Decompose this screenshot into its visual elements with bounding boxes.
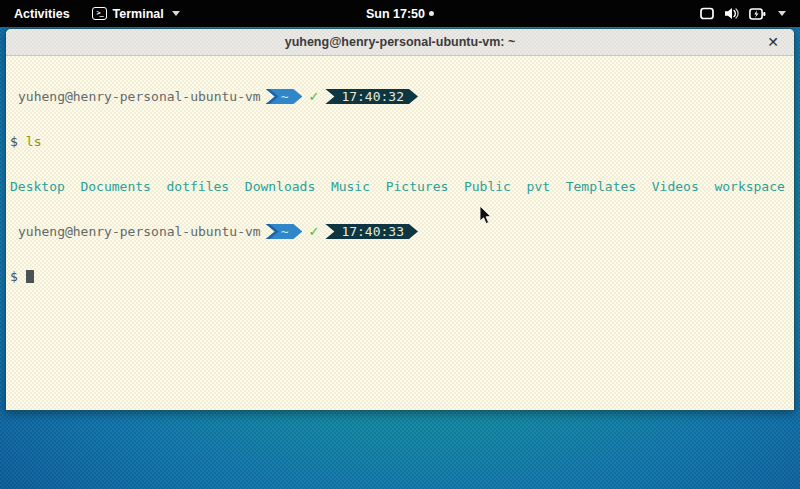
typed-command: ls: [26, 134, 42, 149]
volume-icon: [724, 7, 739, 20]
chevron-down-icon: [172, 11, 180, 16]
prompt-dollar: $: [10, 269, 18, 284]
clock-menu[interactable]: Sun 17:50: [366, 0, 434, 27]
prompt-path-segment: ~: [266, 224, 303, 239]
terminal-app-icon: >_: [92, 7, 107, 20]
prompt-dollar: $: [10, 134, 18, 149]
screen-icon: [700, 7, 714, 20]
prompt-line-2: yuheng@henry-personal-ubuntu-vm ~ ✓ 17:4…: [10, 224, 790, 239]
prompt-line-1: yuheng@henry-personal-ubuntu-vm ~ ✓ 17:4…: [10, 89, 790, 104]
battery-charging-icon: [749, 8, 766, 20]
prompt-path-segment: ~: [266, 89, 303, 104]
desktop: { "top_bar": { "activities_label": "Acti…: [0, 0, 800, 489]
terminal-screen[interactable]: yuheng@henry-personal-ubuntu-vm ~ ✓ 17:4…: [6, 56, 794, 410]
terminal-window: yuheng@henry-personal-ubuntu-vm: ~ ✕ yuh…: [5, 28, 795, 411]
prompt-time-segment: 17:40:33: [325, 224, 418, 239]
app-menu-label: Terminal: [113, 7, 164, 21]
command-line: $ ls: [10, 134, 790, 149]
window-title: yuheng@henry-personal-ubuntu-vm: ~: [285, 35, 516, 49]
notification-dot-icon: [429, 11, 434, 16]
input-line: $: [10, 269, 790, 284]
clock-label: Sun 17:50: [366, 7, 425, 21]
terminal-cursor: [26, 270, 34, 283]
prompt-time-segment: 17:40:32: [325, 89, 418, 104]
window-titlebar[interactable]: yuheng@henry-personal-ubuntu-vm: ~ ✕: [6, 29, 794, 56]
check-icon: ✓: [308, 89, 319, 104]
app-menu-terminal[interactable]: >_ Terminal: [84, 0, 188, 27]
top-bar: Activities >_ Terminal Sun 17:50: [0, 0, 800, 27]
close-button[interactable]: ✕: [764, 33, 782, 51]
activities-label: Activities: [14, 7, 70, 21]
activities-button[interactable]: Activities: [0, 0, 84, 27]
chevron-down-icon: [778, 11, 786, 16]
check-icon: ✓: [308, 224, 319, 239]
prompt-user-host: yuheng@henry-personal-ubuntu-vm: [18, 224, 261, 239]
prompt-user-host: yuheng@henry-personal-ubuntu-vm: [18, 89, 261, 104]
ls-output-line: Desktop Documents dotfiles Downloads Mus…: [10, 179, 790, 194]
system-tray-menu[interactable]: [692, 0, 794, 27]
